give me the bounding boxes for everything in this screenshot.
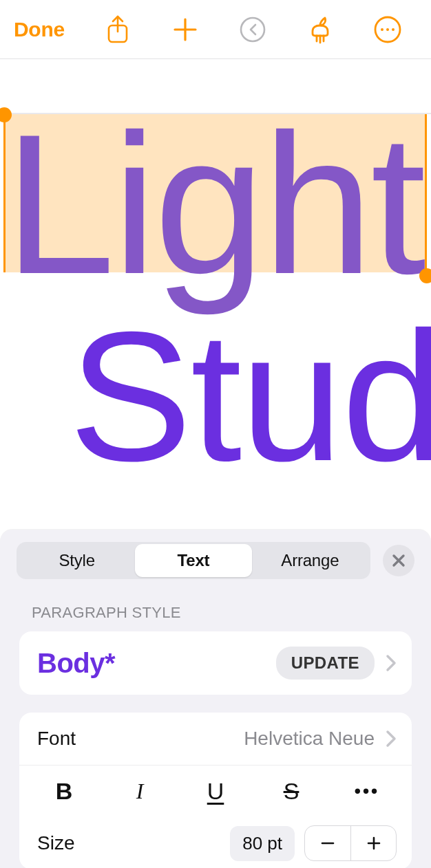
svg-point-3 xyxy=(381,28,383,31)
chevron-right-icon xyxy=(386,730,397,748)
more-circle-icon[interactable] xyxy=(357,9,419,50)
font-label: Font xyxy=(37,728,244,750)
panel-header: Style Text Arrange xyxy=(0,530,431,586)
font-value: Helvetica Neue xyxy=(244,728,375,750)
strikethrough-button[interactable]: S xyxy=(258,772,324,811)
tab-style[interactable]: Style xyxy=(19,544,135,577)
update-style-button[interactable]: UPDATE xyxy=(276,647,375,680)
svg-point-1 xyxy=(241,18,264,41)
font-row[interactable]: Font Helvetica Neue xyxy=(19,713,412,765)
toolbar: Done xyxy=(0,0,431,59)
paragraph-style-name: Body* xyxy=(37,648,276,679)
underline-button[interactable]: U xyxy=(182,772,249,811)
size-stepper xyxy=(304,825,397,861)
chevron-right-icon xyxy=(386,654,397,672)
italic-button[interactable]: I xyxy=(107,772,173,811)
size-row: Size 80 pt xyxy=(19,817,412,868)
paragraph-style-card: Body* UPDATE xyxy=(19,631,412,695)
canvas-text-line-2[interactable]: Stud xyxy=(69,290,431,503)
canvas-text-line-1[interactable]: Light xyxy=(4,89,423,318)
text-attributes-card: Font Helvetica Neue B I U S ••• Size 80 … xyxy=(19,713,412,868)
format-brush-icon[interactable] xyxy=(289,9,351,50)
paragraph-style-row[interactable]: Body* UPDATE xyxy=(19,631,412,695)
size-value[interactable]: 80 pt xyxy=(230,826,295,861)
add-icon[interactable] xyxy=(154,9,216,50)
size-decrease-button[interactable] xyxy=(305,826,350,860)
more-format-button[interactable]: ••• xyxy=(334,772,400,811)
format-buttons-row: B I U S ••• xyxy=(19,765,412,817)
selection-handle-end[interactable] xyxy=(419,268,431,283)
undo-icon[interactable] xyxy=(222,9,284,50)
size-increase-button[interactable] xyxy=(350,826,396,860)
done-button[interactable]: Done xyxy=(14,18,65,41)
format-panel: Style Text Arrange PARAGRAPH STYLE Body*… xyxy=(0,530,431,868)
size-label: Size xyxy=(37,832,230,854)
format-tabs: Style Text Arrange xyxy=(17,542,370,579)
bold-button[interactable]: B xyxy=(31,772,97,811)
section-label-paragraph-style: PARAGRAPH STYLE xyxy=(0,586,431,631)
close-panel-button[interactable] xyxy=(383,545,414,576)
share-icon[interactable] xyxy=(87,9,149,50)
tab-arrange[interactable]: Arrange xyxy=(252,544,368,577)
svg-point-4 xyxy=(386,28,389,31)
document-canvas[interactable]: Light Stud xyxy=(0,59,431,530)
tab-text[interactable]: Text xyxy=(135,544,251,577)
svg-point-5 xyxy=(392,28,395,31)
